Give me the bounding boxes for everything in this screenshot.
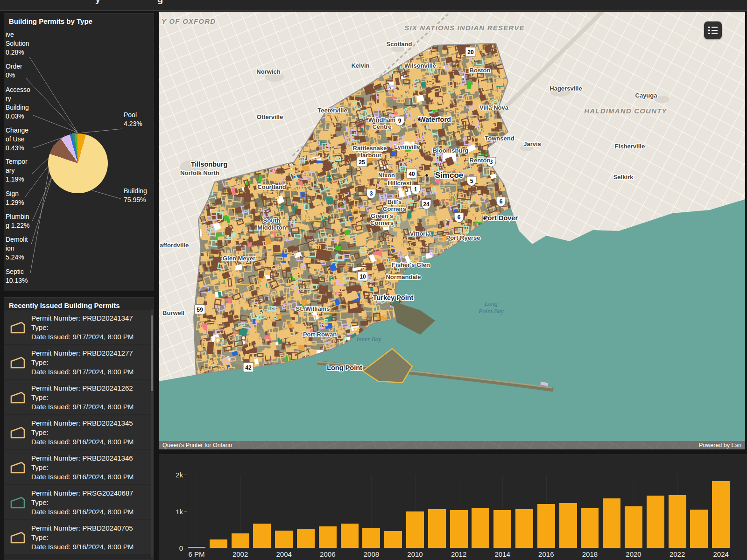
svg-text:Simcoe: Simcoe: [435, 171, 463, 180]
svg-text:WindhamCentre: WindhamCentre: [368, 116, 395, 130]
bar-2006[interactable]: [319, 526, 337, 548]
bar-2009[interactable]: [384, 531, 402, 548]
bar-2017[interactable]: [559, 503, 577, 548]
svg-text:6: 6: [458, 214, 461, 221]
bar-2004[interactable]: [275, 531, 293, 548]
permit-list-item[interactable]: Permit Number: PRBD20241277 Type: Date I…: [4, 345, 154, 379]
pie-slice-label: Change of Use 0.43%: [6, 126, 28, 153]
svg-text:Vittoria: Vittoria: [410, 230, 431, 237]
bar-2005[interactable]: [297, 529, 315, 548]
bar-2003[interactable]: [253, 524, 271, 548]
permit-text: Permit Number: PRBD20241347 Type: Date I…: [31, 314, 134, 342]
svg-text:Selkirk: Selkirk: [613, 174, 634, 181]
svg-text:Jarvis: Jarvis: [523, 140, 541, 147]
y-axis-tick-label: 2k: [164, 471, 183, 479]
road-marker: 40: [407, 169, 417, 178]
bar-2022[interactable]: [669, 495, 686, 548]
svg-text:Lynnville: Lynnville: [394, 143, 420, 150]
y-axis-tick: [184, 511, 187, 512]
legend-list-icon: [708, 26, 718, 35]
svg-text:affordville: affordville: [160, 242, 189, 249]
svg-text:Long Point: Long Point: [327, 364, 362, 371]
svg-text:Teeterville: Teeterville: [317, 107, 347, 114]
x-axis-tick-label: 2008: [355, 550, 388, 558]
permit-text: Permit Number: PRBD20241345 Type: Date I…: [31, 419, 134, 447]
bar-2018[interactable]: [581, 508, 599, 548]
parcel-polygon-icon: [4, 426, 31, 440]
svg-text:Glen Meyer: Glen Meyer: [223, 255, 255, 262]
svg-text:1: 1: [414, 186, 417, 193]
svg-text:9: 9: [398, 118, 402, 124]
x-axis-tick-label: 2012: [443, 550, 475, 558]
svg-text:St. Williams: St. Williams: [296, 305, 330, 312]
bar-2000[interactable]: [188, 547, 205, 548]
bar-2021[interactable]: [647, 496, 664, 548]
bar-2008[interactable]: [362, 528, 380, 548]
bar-2002[interactable]: [232, 533, 249, 548]
svg-text:SIX NATIONS INDIAN RESERVE: SIX NATIONS INDIAN RESERVE: [404, 24, 525, 32]
permit-text: Permit Number: PRBD20241346 Type: Date I…: [31, 454, 134, 482]
svg-text:Burwell: Burwell: [162, 309, 184, 316]
permit-list-item[interactable]: Permit Number: PRBD20241347 Type: Date I…: [4, 310, 154, 344]
permit-list-item[interactable]: Permit Number: PRBD20240705 Type: Date I…: [4, 520, 154, 554]
bar-2007[interactable]: [341, 524, 359, 548]
x-axis-tick-label: 2016: [530, 550, 563, 558]
bar-2016[interactable]: [537, 504, 555, 548]
title-fragment: y: [95, 0, 100, 5]
svg-text:Fisherville: Fisherville: [615, 143, 645, 150]
legend-button[interactable]: [704, 21, 722, 39]
bar-2010[interactable]: [406, 511, 424, 548]
svg-text:20: 20: [467, 49, 474, 56]
pie-slice-label: Building 75.95%: [124, 187, 147, 204]
svg-text:Port Ryerse: Port Ryerse: [446, 234, 480, 241]
x-axis-tick-label: 2014: [486, 550, 519, 558]
pie-slice-label: Tempor ary 1.19%: [6, 157, 28, 184]
svg-text:6: 6: [500, 198, 503, 205]
bar-2015[interactable]: [515, 509, 533, 548]
bar-2020[interactable]: [625, 506, 642, 548]
svg-text:5: 5: [470, 178, 473, 184]
y-axis-tick-label: 0: [164, 544, 183, 552]
parcel-polygon-icon: [4, 391, 31, 405]
permit-list-item[interactable]: Permit Number: PRBD20241346 Type: Date I…: [4, 450, 154, 484]
permit-list-item[interactable]: Permit Number: PRBD20241262 Type: Date I…: [4, 380, 154, 414]
svg-text:25: 25: [359, 159, 365, 166]
bar-2019[interactable]: [603, 498, 620, 548]
permit-list: Permit Number: PRBD20241347 Type: Date I…: [4, 310, 154, 555]
pie-slice-label: Plumbin g 1.22%: [6, 212, 29, 230]
svg-text:59: 59: [197, 307, 203, 313]
x-axis-tick-label: 2006: [311, 550, 344, 558]
scrollbar-thumb[interactable]: [151, 315, 153, 391]
svg-text:Boston: Boston: [470, 67, 491, 74]
recent-permits-panel: Recently Issued Building Permits Permit …: [4, 297, 154, 560]
svg-text:Inner Bay: Inner Bay: [356, 336, 381, 343]
bar-chart: 6 PM200220042006200820102012201420162018…: [159, 454, 747, 560]
bar-2013[interactable]: [472, 508, 489, 548]
parcel-polygon-icon: [4, 461, 31, 475]
bar-2012[interactable]: [450, 510, 468, 548]
svg-text:Hagersville: Hagersville: [550, 85, 582, 92]
map-canvas[interactable]: .lbl-region{font:italic 700 15px "Libera…: [159, 12, 745, 449]
permit-text: Permit Number: PRBD20241277 Type: Date I…: [31, 349, 134, 377]
bar-2011[interactable]: [428, 509, 446, 548]
bar-2014[interactable]: [493, 510, 511, 548]
permits-timeline-chart-panel: 6 PM200220042006200820102012201420162018…: [159, 454, 747, 560]
svg-text:Villa Nova: Villa Nova: [479, 104, 509, 111]
pie-slice-label: Septic 10.13%: [6, 267, 28, 285]
title-fragment: g: [157, 0, 163, 5]
permit-list-item[interactable]: Permit Number: PRSG20240687 Type: Date I…: [4, 485, 154, 519]
svg-text:Wilsonville: Wilsonville: [404, 62, 436, 69]
svg-text:Port Rowan: Port Rowan: [303, 331, 337, 338]
bar-2023[interactable]: [690, 510, 708, 548]
bar-2001[interactable]: [210, 539, 227, 548]
road-marker: 59: [195, 305, 205, 314]
pie-chart[interactable]: [48, 133, 108, 193]
parcel-polygon-icon: [4, 356, 31, 370]
permit-list-item[interactable]: Permit Number: PRBD20241345 Type: Date I…: [4, 415, 154, 449]
y-axis-tick: [184, 548, 187, 548]
permit-text: Permit Number: PRSG20240687 Type: Date I…: [31, 489, 134, 517]
x-axis-tick-label: 2022: [661, 550, 694, 558]
bar-2024[interactable]: [712, 481, 730, 548]
map-attribution: Queen's Printer for Ontario Powered by E…: [159, 441, 745, 449]
attribution-left: Queen's Printer for Ontario: [162, 442, 232, 448]
